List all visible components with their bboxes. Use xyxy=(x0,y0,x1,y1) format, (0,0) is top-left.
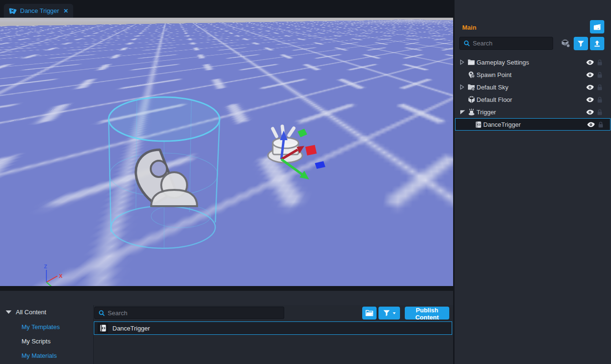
upload-arrow-icon xyxy=(594,40,600,47)
export-button[interactable] xyxy=(590,37,604,50)
hierarchy-item-label[interactable]: Default Floor xyxy=(477,96,512,103)
filter-funnel-icon xyxy=(578,41,584,47)
map-name-label: Main xyxy=(462,24,477,31)
trigger-icon xyxy=(467,109,476,116)
lock-icon[interactable] xyxy=(596,84,603,90)
transform-gizmo[interactable] xyxy=(268,127,330,184)
content-search-input[interactable] xyxy=(108,309,280,317)
hierarchy-row-spawn-point[interactable]: Spawn Point xyxy=(455,68,611,81)
hierarchy-search[interactable] xyxy=(459,37,553,50)
hierarchy-item-label[interactable]: DanceTrigger xyxy=(483,121,521,128)
lock-icon[interactable] xyxy=(596,109,603,115)
axis-indicator: Z X Y xyxy=(36,263,65,286)
visibility-eye-icon[interactable] xyxy=(587,122,595,127)
sky-folder-icon xyxy=(467,84,476,91)
hierarchy-row-gameplay-settings[interactable]: Gameplay Settings xyxy=(455,56,611,68)
asset-name-label: DanceTrigger xyxy=(112,325,150,332)
tree-item-all-content[interactable]: All Content xyxy=(6,309,46,316)
3d-viewport[interactable]: Z X Y xyxy=(0,18,453,286)
visibility-eye-icon[interactable] xyxy=(586,60,594,65)
close-icon[interactable]: ✕ xyxy=(63,8,68,14)
visibility-eye-icon[interactable] xyxy=(586,110,594,115)
content-search[interactable] xyxy=(94,307,284,319)
tree-item-my-templates[interactable]: My Templates xyxy=(22,323,60,331)
hierarchy-item-label[interactable]: Default Sky xyxy=(477,84,508,91)
chevron-down-icon xyxy=(393,312,396,314)
hierarchy-row-default-floor[interactable]: Default Floor xyxy=(455,93,611,106)
collapse-arrow-icon[interactable] xyxy=(460,109,466,115)
level-settings-button[interactable] xyxy=(590,20,604,33)
gizmo-plane-red xyxy=(305,145,317,155)
grid-floor xyxy=(0,20,453,286)
scene-tabbar: Dance Trigger ✕ xyxy=(0,0,453,18)
lock-icon[interactable] xyxy=(596,72,603,78)
tree-item-my-materials[interactable]: My Materials xyxy=(22,352,57,359)
group-mode-icon[interactable] xyxy=(561,39,571,50)
gizmo-plane-green xyxy=(298,129,307,137)
tree-item-label[interactable]: My Materials xyxy=(22,352,57,359)
gamepad-icon xyxy=(9,8,17,14)
tree-item-label[interactable]: All Content xyxy=(16,309,46,316)
content-tree: All Content My Templates My Scripts My M… xyxy=(0,305,94,364)
gizmo-x-arrow xyxy=(281,146,304,159)
hierarchy-item-label[interactable]: Spawn Point xyxy=(477,71,511,78)
hierarchy-row-dance-trigger[interactable]: DanceTrigger xyxy=(455,118,611,131)
gizmo-y-arrow xyxy=(281,159,309,179)
search-icon xyxy=(99,310,105,316)
axis-z-label: Z xyxy=(44,264,47,269)
tree-expand-icon[interactable] xyxy=(6,310,11,314)
visibility-eye-icon[interactable] xyxy=(586,97,594,102)
asset-row-dance-trigger[interactable]: DanceTrigger xyxy=(94,321,452,335)
tab-scene[interactable]: Dance Trigger ✕ xyxy=(4,4,73,18)
folder-icon xyxy=(366,310,373,316)
script-icon xyxy=(474,121,483,128)
hierarchy-item-label[interactable]: Gameplay Settings xyxy=(477,59,529,66)
cube-icon xyxy=(467,96,476,103)
visibility-eye-icon[interactable] xyxy=(586,72,594,77)
visibility-eye-icon[interactable] xyxy=(586,85,594,90)
hierarchy-row-default-sky[interactable]: Default Sky xyxy=(455,81,611,93)
spawn-point-icon xyxy=(467,71,476,78)
folder-icon xyxy=(467,59,476,66)
script-asset-icon xyxy=(98,323,108,333)
expand-arrow-icon[interactable] xyxy=(460,59,466,65)
hierarchy-filter-button[interactable] xyxy=(574,37,588,50)
hierarchy-tree: Gameplay Settings Spawn Point xyxy=(455,56,611,131)
hierarchy-panel: Main xyxy=(455,0,611,364)
core-editor-window: Dance Trigger ✕ xyxy=(0,0,611,364)
lock-icon[interactable] xyxy=(596,59,603,66)
lock-icon[interactable] xyxy=(596,97,603,103)
axis-x-label: X xyxy=(59,273,63,279)
hierarchy-search-input[interactable] xyxy=(473,40,549,47)
hierarchy-header: Main xyxy=(455,18,611,56)
hierarchy-row-trigger[interactable]: Trigger xyxy=(455,106,611,118)
tree-item-label[interactable]: My Scripts xyxy=(22,338,51,345)
content-browser: Publish Content DanceTrigger xyxy=(94,305,453,364)
search-icon xyxy=(464,40,470,46)
hierarchy-item-label[interactable]: Trigger xyxy=(477,109,496,116)
project-content-panel: All Content My Templates My Scripts My M… xyxy=(0,291,453,364)
lock-icon[interactable] xyxy=(597,121,604,128)
scene-tab-label: Dance Trigger xyxy=(20,7,59,14)
filter-funnel-icon xyxy=(383,310,390,316)
clapperboard-icon xyxy=(593,23,601,31)
content-filter-button[interactable] xyxy=(378,307,400,320)
tree-item-my-scripts[interactable]: My Scripts xyxy=(22,338,51,345)
spawn-point-sprite[interactable] xyxy=(132,148,217,208)
gizmo-plane-blue xyxy=(315,161,325,169)
tree-item-label[interactable]: My Templates xyxy=(22,323,60,331)
import-folder-button[interactable] xyxy=(362,307,377,320)
expand-arrow-icon[interactable] xyxy=(460,84,466,90)
publish-content-button[interactable]: Publish Content xyxy=(405,307,449,320)
